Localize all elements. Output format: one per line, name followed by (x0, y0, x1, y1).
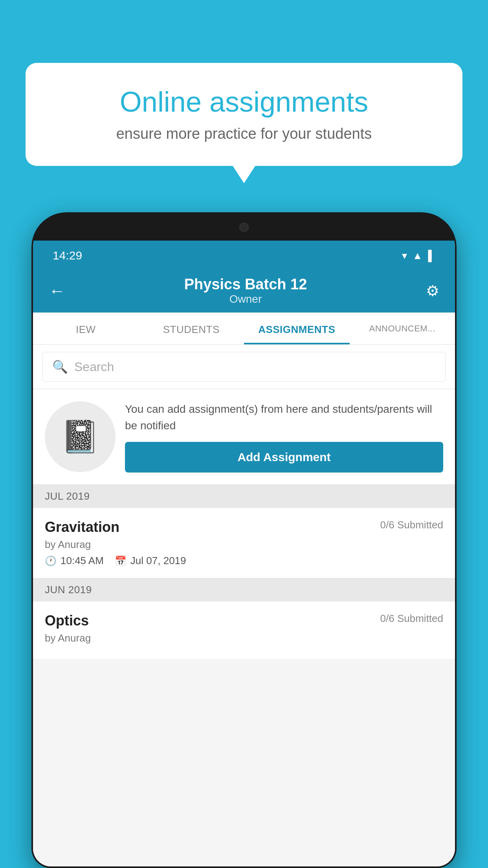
section-jun-label: JUN 2019 (45, 584, 92, 596)
notch-camera (239, 223, 249, 232)
speech-bubble: Online assignments ensure more practice … (26, 63, 462, 166)
assignment-gravitation[interactable]: Gravitation 0/6 Submitted by Anurag 🕐 10… (33, 508, 455, 578)
back-button[interactable]: ← (49, 281, 65, 300)
signal-icon: ▲ (413, 250, 423, 262)
assignment-submitted-optics: 0/6 Submitted (380, 612, 443, 625)
add-assignment-promo: 📓 You can add assignment(s) from here an… (33, 389, 455, 485)
section-jul-2019: JUL 2019 (33, 485, 455, 508)
bubble-title: Online assignments (53, 86, 435, 118)
clock-icon: 🕐 (45, 555, 57, 566)
search-icon: 🔍 (52, 359, 68, 374)
settings-icon[interactable]: ⚙ (426, 282, 439, 300)
assignment-optics[interactable]: Optics 0/6 Submitted by Anurag (33, 601, 455, 660)
phone-screen: 14:29 ▾ ▲ ▌ ← Physics Batch 12 Owner ⚙ I… (33, 241, 455, 866)
bubble-subtitle: ensure more practice for your students (53, 125, 435, 142)
speech-bubble-container: Online assignments ensure more practice … (26, 63, 462, 166)
status-bar: 14:29 ▾ ▲ ▌ (33, 241, 455, 267)
assignment-optics-top-row: Optics 0/6 Submitted (45, 612, 443, 629)
tab-students[interactable]: STUDENTS (139, 313, 244, 344)
section-jun-2019: JUN 2019 (33, 578, 455, 601)
assignment-author-gravitation: by Anurag (45, 539, 443, 551)
search-container: 🔍 Search (33, 345, 455, 389)
tabs-bar: IEW STUDENTS ASSIGNMENTS ANNOUNCEM... (33, 313, 455, 345)
phone-frame: 14:29 ▾ ▲ ▌ ← Physics Batch 12 Owner ⚙ I… (31, 212, 457, 868)
assignment-name-optics: Optics (45, 612, 89, 629)
add-assignment-button[interactable]: Add Assignment (125, 442, 443, 473)
wifi-icon: ▾ (402, 250, 407, 262)
battery-icon: ▌ (428, 250, 435, 262)
notebook-icon: 📓 (61, 418, 100, 455)
tab-announcements[interactable]: ANNOUNCEM... (350, 313, 455, 344)
batch-role: Owner (184, 293, 307, 305)
assignment-author-optics: by Anurag (45, 632, 443, 644)
tab-iew[interactable]: IEW (33, 313, 139, 344)
assignment-time-gravitation: 🕐 10:45 AM (45, 555, 104, 567)
app-header: ← Physics Batch 12 Owner ⚙ (33, 267, 455, 313)
calendar-icon: 📅 (115, 555, 127, 566)
content-area: 🔍 Search 📓 You can add assignment(s) fro… (33, 345, 455, 866)
notebook-icon-wrap: 📓 (45, 401, 116, 472)
promo-right: You can add assignment(s) from here and … (125, 401, 443, 473)
phone-inner: 14:29 ▾ ▲ ▌ ← Physics Batch 12 Owner ⚙ I… (33, 214, 455, 866)
header-center: Physics Batch 12 Owner (184, 276, 307, 305)
assignment-submitted-gravitation: 0/6 Submitted (380, 519, 443, 531)
tab-assignments[interactable]: ASSIGNMENTS (244, 313, 350, 344)
section-jul-label: JUL 2019 (45, 490, 90, 502)
status-time: 14:29 (53, 249, 82, 262)
assignment-meta-gravitation: 🕐 10:45 AM 📅 Jul 07, 2019 (45, 555, 443, 567)
search-placeholder: Search (74, 360, 114, 374)
batch-title: Physics Batch 12 (184, 276, 307, 293)
promo-text: You can add assignment(s) from here and … (125, 401, 443, 434)
search-input-wrap[interactable]: 🔍 Search (42, 352, 446, 382)
phone-notch (205, 214, 283, 237)
assignment-top-row: Gravitation 0/6 Submitted (45, 519, 443, 535)
assignment-name-gravitation: Gravitation (45, 519, 119, 535)
assignment-date-gravitation: 📅 Jul 07, 2019 (115, 555, 186, 567)
status-icons: ▾ ▲ ▌ (402, 250, 435, 262)
